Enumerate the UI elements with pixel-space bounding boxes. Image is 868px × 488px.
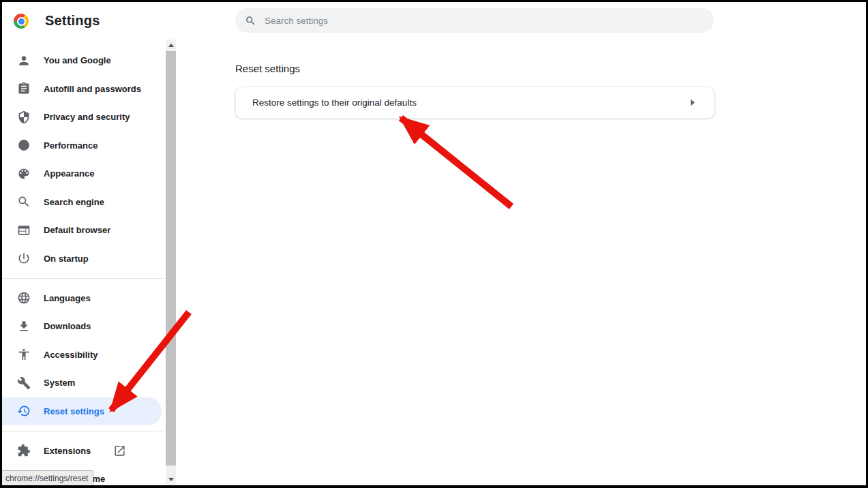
search-icon [245,15,256,27]
sidebar-item-system[interactable]: System [2,369,162,397]
sidebar-item-search-engine[interactable]: Search engine [2,188,162,217]
sidebar-item-languages[interactable]: Languages [2,284,162,313]
scroll-down-button[interactable] [166,474,176,485]
sidebar-item-label: Search engine [44,197,104,207]
history-icon [17,404,31,418]
sidebar-item-label: On startup [44,254,89,264]
globe-icon [17,291,31,305]
sidebar-divider [2,278,164,279]
section-title: Reset settings [235,63,300,74]
speedometer-icon [17,138,31,152]
chrome-logo-icon [14,14,29,29]
sidebar-item-label: Languages [44,293,91,303]
page-title: Settings [45,13,100,29]
sidebar-item-label: Appearance [44,168,94,179]
download-icon [17,320,31,333]
sidebar-item-performance[interactable]: Performance [2,132,162,160]
sidebar-item-label: Autofill and passwords [44,84,141,94]
sidebar-item-label: Performance [44,140,98,151]
scrollbar-thumb[interactable] [166,51,176,466]
shield-icon [17,110,31,124]
browser-window-icon [17,224,31,237]
sidebar-item-downloads[interactable]: Downloads [2,312,162,341]
person-icon [17,54,31,67]
scrollbar-track[interactable] [166,466,176,474]
sidebar-item-label: Extensions [44,446,91,456]
clipboard-icon [17,82,31,95]
sidebar-item-privacy[interactable]: Privacy and security [2,103,162,132]
sidebar-item-you-and-google[interactable]: You and Google [2,46,162,75]
reset-settings-card: Restore settings to their original defau… [235,87,715,119]
palette-icon [17,167,31,181]
sidebar-item-appearance[interactable]: Appearance [2,159,162,188]
scroll-up-button[interactable] [166,40,176,51]
restore-defaults-label: Restore settings to their original defau… [252,97,417,108]
search-icon [17,195,31,209]
puzzle-icon [17,444,31,457]
sidebar-item-label: Downloads [44,321,91,331]
open-in-new-icon [113,444,126,457]
sidebar-divider [2,431,164,431]
sidebar-item-reset-settings[interactable]: Reset settings [2,397,162,426]
sidebar-scrollbar [166,40,176,485]
sidebar-item-autofill[interactable]: Autofill and passwords [2,75,162,104]
sidebar-item-label: Privacy and security [44,112,130,122]
sidebar-item-label: You and Google [44,55,111,65]
scroll-down-arrow-icon [168,478,174,481]
accessibility-icon [17,348,31,361]
sidebar-item-extensions[interactable]: Extensions [2,437,162,466]
settings-page: Settings You and Google Autofill and pas… [2,2,866,485]
status-url-bubble: chrome://settings/reset [2,470,93,485]
sidebar-item-label: Default browser [44,225,110,235]
search-input[interactable] [265,16,704,26]
wrench-icon [17,376,31,390]
sidebar-item-accessibility[interactable]: Accessibility [2,341,162,369]
chevron-right-icon [690,99,695,106]
scroll-up-arrow-icon [168,44,174,47]
search-bar [235,8,714,33]
sidebar-item-label: System [44,378,75,388]
restore-defaults-row[interactable]: Restore settings to their original defau… [236,87,714,118]
sidebar-item-on-startup[interactable]: On startup [2,245,162,273]
chrome-settings-window: Settings You and Google Autofill and pas… [0,0,868,488]
sidebar-item-label: Accessibility [44,350,98,360]
power-icon [17,251,31,265]
sidebar-menu: You and Google Autofill and passwords Pr… [2,46,166,485]
sidebar-item-default-browser[interactable]: Default browser [2,216,162,245]
sidebar-item-label: Reset settings [44,406,104,416]
